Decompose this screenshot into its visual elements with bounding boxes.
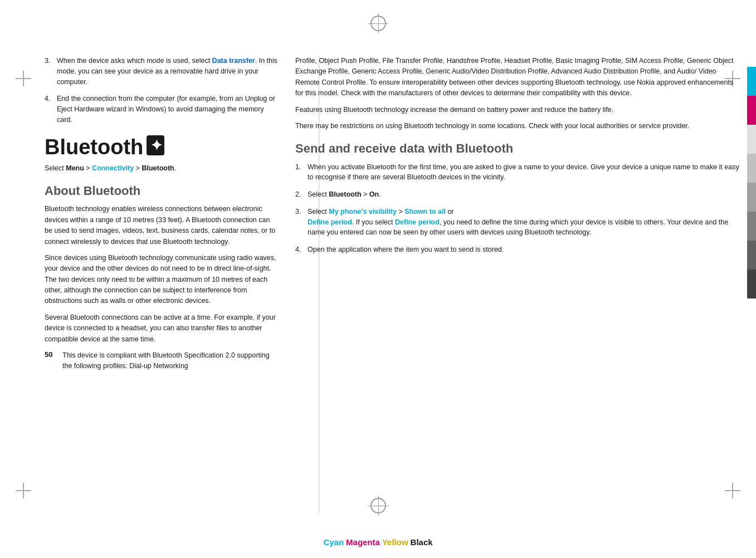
label-magenta: Magenta [346,537,380,547]
sr2-on: On [369,190,379,198]
connectivity-label: Connectivity [92,164,134,172]
sr-number-1: 1. [295,162,308,183]
color-tab-cyan [747,67,756,96]
sr2-period: . [379,190,381,198]
sr3-text-mid: . If you select [352,218,395,226]
sr-list-item-2: 2. Select Bluetooth > On. [295,189,739,200]
select-text: Select [45,164,66,172]
sr3-shown-to-all: Shown to all [404,208,446,216]
right-para-3: There may be restrictions on using Bluet… [295,121,739,131]
list-item-3: 3. When the device asks which mode is us… [45,56,279,87]
list-content-4: End the connection from the computer (fo… [57,94,279,125]
right-column: Profile, Object Push Profile, File Trans… [295,56,739,513]
color-tab-gray4 [747,212,756,241]
select-menu-line: Select Menu > Connectivity > Bluetooth. [45,163,279,174]
sr-content-3: Select My phone's visibility > Shown to … [308,207,739,238]
sr-content-1: When you activate Bluetooth for the firs… [308,162,739,183]
label-black: Black [411,537,433,547]
right-para-1: Profile, Object Push Profile, File Trans… [295,56,739,99]
label-cyan: Cyan [323,537,344,547]
sr3-gt: > [397,208,404,216]
label-yellow: Yellow [382,537,408,547]
sr-list-item-4: 4. Open the application where the item y… [295,244,739,255]
color-tab-gray2 [747,154,756,183]
sr-number-2: 2. [295,189,308,200]
list-number-3: 3. [45,56,57,87]
page-num-text: This device is compliant with Bluetooth … [62,350,279,372]
about-bluetooth-heading: About Bluetooth [45,184,279,198]
menu-label: Menu [66,164,84,172]
color-labels: Cyan Magenta Yellow Black [323,537,432,547]
color-tabs [747,67,756,298]
sr-content-4: Open the application where the item you … [308,244,739,255]
color-tab-gray1 [747,125,756,154]
sr3-visibility: My phone's visibility [329,208,397,216]
sr3-define-period-2: Define period [395,218,440,226]
main-content: 3. When the device asks which mode is us… [45,56,739,513]
about-para-2: Since devices using Bluetooth technology… [45,253,279,307]
sr3-define-period-1: Define period [308,218,352,226]
sr-list-item-3: 3. Select My phone's visibility > Shown … [295,207,739,238]
bluetooth-title: Bluetooth [45,136,143,159]
sr3-text-before: Select [308,208,329,216]
left-column: 3. When the device asks which mode is us… [45,56,279,513]
period: . [174,164,176,172]
sr-number-3: 3. [295,207,308,238]
page-container: 3. When the device asks which mode is us… [0,0,756,558]
send-receive-heading: Send and receive data with Bluetooth [295,141,739,156]
about-para-3: Several Bluetooth connections can be act… [45,312,279,345]
sr2-gt: > [362,190,369,198]
list-3-text-before: When the device asks which mode is used,… [57,57,212,65]
bluetooth-icon: ✦ [147,135,164,160]
reg-mark-left-bottom [16,490,31,491]
bluetooth-heading: Bluetooth ✦ [45,135,279,160]
page-num-row: 50 This device is compliant with Bluetoo… [45,350,279,372]
color-tab-magenta [747,96,756,125]
sr-number-4: 4. [295,244,308,255]
page-number: 50 [45,350,57,359]
sr2-text-before: Select [308,190,329,198]
svg-text:✦: ✦ [150,137,163,154]
bluetooth-menu-label: Bluetooth [142,164,174,172]
sr2-bluetooth: Bluetooth [329,190,361,198]
color-tab-gray3 [747,183,756,212]
right-para-2: Features using Bluetooth technology incr… [295,105,739,115]
sr-content-2: Select Bluetooth > On. [308,189,739,200]
sr3-or: or [446,208,454,216]
list-content-3: When the device asks which mode is used,… [57,56,279,87]
reg-mark-top [370,16,386,31]
about-para-1: Bluetooth technology enables wireless co… [45,204,279,247]
reg-mark-left-top [16,78,31,79]
data-transfer-link: Data transfer [212,57,255,65]
gt1: > [84,164,92,172]
color-tab-gray5 [747,241,756,270]
sr-list-item-1: 1. When you activate Bluetooth for the f… [295,162,739,183]
list-number-4: 4. [45,94,57,125]
gt2: > [134,164,142,172]
color-tab-gray6 [747,270,756,298]
list-item-4: 4. End the connection from the computer … [45,94,279,125]
